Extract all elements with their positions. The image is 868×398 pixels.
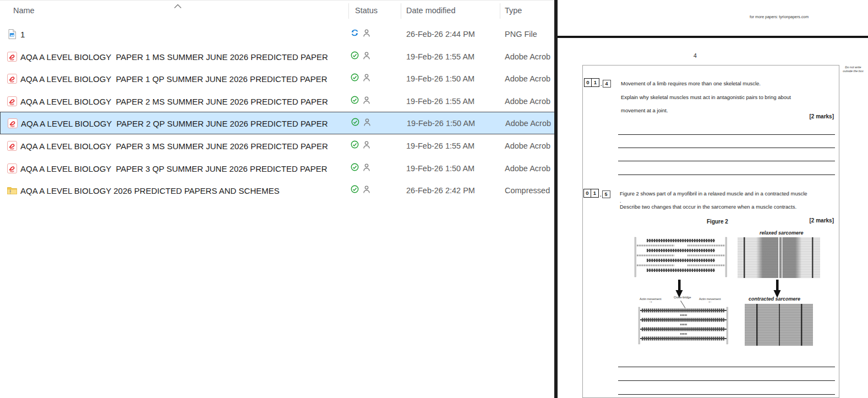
file-row[interactable]: PDF AQA A LEVEL BIOLOGY PAPER 2 MS SUMME…	[0, 90, 554, 112]
figure-caption: Figure 2	[707, 219, 728, 225]
sort-ascending-chevron-icon[interactable]	[174, 1, 182, 11]
person-shared-icon	[363, 185, 370, 196]
sync-pending-icon	[351, 29, 359, 39]
file-row[interactable]: 1 26-Feb-26 2:44 PM PNG File	[0, 23, 554, 45]
column-header-type[interactable]: Type	[505, 6, 522, 15]
column-divider[interactable]	[348, 3, 349, 19]
svg-text:PDF: PDF	[10, 103, 14, 106]
file-type: PNG File	[505, 30, 537, 39]
pdf-file-icon: PDF	[7, 118, 18, 129]
file-row[interactable]: PDF AQA A LEVEL BIOLOGY PAPER 2 QP SUMME…	[0, 112, 554, 134]
contracted-sarcomere-label: contracted sarcomere	[749, 296, 800, 302]
column-divider[interactable]	[401, 3, 401, 19]
file-date-modified: 19-Feb-26 1:55 AM	[406, 141, 474, 150]
cloud-check-icon	[351, 140, 359, 151]
file-date-modified: 19-Feb-26 1:55 AM	[406, 97, 474, 106]
question-text: Movement of a limb requires more than on…	[621, 80, 761, 86]
left-arrow-icon: ←	[699, 301, 720, 303]
person-shared-icon	[363, 29, 370, 40]
question-separator: .	[600, 192, 602, 198]
file-type: Adobe Acrob	[505, 141, 550, 150]
person-shared-icon	[363, 51, 370, 62]
file-list-panel[interactable]: Name Status Date modified Type 1 26-Feb-…	[0, 0, 554, 398]
relaxed-sarcomere-label: relaxed sarcomere	[760, 230, 804, 236]
file-row[interactable]: PDF AQA A LEVEL BIOLOGY PAPER 3 QP SUMME…	[0, 157, 554, 179]
person-shared-icon	[363, 140, 370, 151]
column-header-status[interactable]: Status	[355, 6, 378, 15]
question-text: Explain why skeletal muscles must act in…	[621, 94, 791, 100]
question-text: Figure 2 shows part of a myofibril in a …	[620, 190, 807, 197]
file-name: AQA A LEVEL BIOLOGY 2026 PREDICTED PAPER…	[20, 186, 280, 195]
pdf-file-icon: PDF	[7, 140, 18, 151]
file-name: AQA A LEVEL BIOLOGY PAPER 3 QP SUMMER JU…	[20, 163, 327, 173]
pdf-file-icon: PDF	[7, 51, 18, 62]
relaxed-sarcomere-micrograph	[738, 237, 820, 278]
question-digit: 0	[584, 189, 591, 197]
marks-label: [2 marks]	[810, 217, 834, 223]
file-row[interactable]: PDF AQA A LEVEL BIOLOGY PAPER 1 QP SUMME…	[0, 67, 554, 90]
question-separator: .	[600, 81, 602, 88]
cloud-check-icon	[351, 51, 359, 62]
cloud-check-icon	[351, 185, 359, 195]
question-subdigit: 4	[603, 80, 611, 88]
file-name: AQA A LEVEL BIOLOGY PAPER 2 MS SUMMER JU…	[20, 96, 328, 106]
file-type: Adobe Acrob	[505, 119, 551, 128]
person-shared-icon	[363, 118, 371, 129]
file-row[interactable]: AQA A LEVEL BIOLOGY 2026 PREDICTED PAPER…	[0, 179, 554, 201]
file-type: Adobe Acrob	[505, 97, 550, 106]
divider	[0, 0, 554, 1]
question-number-01-4: 01 . 4	[584, 78, 611, 88]
svg-text:PDF: PDF	[10, 126, 15, 128]
file-type: Adobe Acrob	[505, 52, 550, 61]
file-date-modified: 19-Feb-26 1:50 AM	[407, 119, 475, 128]
file-row[interactable]: PDF AQA A LEVEL BIOLOGY PAPER 3 MS SUMME…	[0, 134, 554, 157]
column-header-name[interactable]: Name	[13, 6, 35, 15]
actin-movement-left-label: Actin movement→	[640, 297, 661, 303]
margin-instruction: Do not write outside the box	[840, 66, 866, 73]
actin-movement-right-label: Actin movement←	[699, 297, 720, 303]
marks-label: [2 marks]	[810, 113, 834, 119]
file-name: 1	[20, 29, 25, 39]
column-header-date-modified[interactable]: Date modified	[406, 6, 455, 15]
file-row[interactable]: PDF AQA A LEVEL BIOLOGY PAPER 1 MS SUMME…	[0, 45, 554, 68]
cloud-check-icon	[351, 73, 359, 84]
file-name: AQA A LEVEL BIOLOGY PAPER 1 QP SUMMER JU…	[20, 74, 327, 83]
answer-line	[618, 394, 835, 395]
question-digit: 1	[592, 79, 599, 86]
cloud-check-icon	[351, 118, 359, 128]
watermark-note: for more papers: tyrionpapers.com	[750, 15, 809, 19]
answer-line	[618, 134, 835, 135]
question-text: Describe two changes that occur in the s…	[620, 204, 796, 210]
file-name: AQA A LEVEL BIOLOGY PAPER 2 QP SUMMER JU…	[21, 118, 328, 128]
contracted-sarcomere-micrograph	[745, 304, 813, 346]
contracted-sarcomere-diagram	[634, 306, 733, 346]
answer-line	[618, 367, 835, 367]
pdf-preview-pane[interactable]: for more papers: tyrionpapers.com 4 Do n…	[558, 0, 868, 398]
person-shared-icon	[363, 96, 370, 107]
person-shared-icon	[363, 163, 370, 174]
question-number-01-5: 01 . 5	[583, 189, 610, 198]
image-file-icon	[7, 29, 18, 40]
cloud-check-icon	[351, 163, 359, 173]
page-top-rule	[558, 36, 868, 38]
column-divider[interactable]	[500, 3, 500, 19]
pdf-file-icon: PDF	[7, 163, 18, 174]
file-date-modified: 19-Feb-26 1:50 AM	[406, 164, 474, 173]
screen: Name Status Date modified Type 1 26-Feb-…	[0, 0, 868, 398]
svg-text:PDF: PDF	[10, 59, 14, 61]
svg-text:PDF: PDF	[10, 148, 14, 150]
answer-line	[618, 175, 835, 175]
question-digit: 0	[585, 79, 592, 86]
file-date-modified: 19-Feb-26 1:50 AM	[406, 74, 474, 83]
answer-line	[618, 148, 835, 148]
answer-line	[618, 161, 835, 161]
pdf-file-icon: PDF	[7, 73, 18, 84]
file-type: Compressed	[505, 186, 550, 195]
page-number: 4	[694, 52, 697, 59]
down-arrow-icon	[773, 280, 781, 298]
question-digit: 1	[591, 189, 598, 197]
svg-text:PDF: PDF	[10, 171, 14, 173]
person-shared-icon	[363, 73, 370, 84]
cloud-check-icon	[351, 96, 359, 106]
svg-text:PDF: PDF	[10, 81, 14, 83]
